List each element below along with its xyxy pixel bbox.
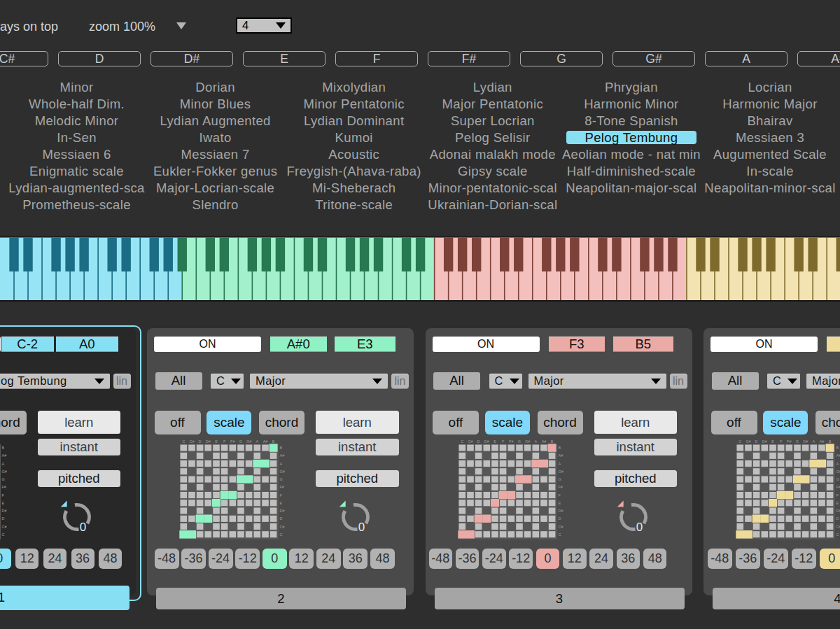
svg-text:D#: D# [280,509,286,513]
svg-text:E: E [215,439,218,444]
svg-text:G: G [239,439,242,444]
svg-text:F#: F# [1,485,6,489]
svg-text:F: F [558,493,561,497]
svg-text:A#: A# [836,453,840,458]
svg-text:0: 0 [358,521,364,534]
svg-text:E: E [558,501,561,505]
svg-text:C: C [182,439,185,444]
svg-text:C: C [836,532,839,537]
svg-text:D: D [755,439,758,444]
svg-text:B: B [550,439,553,444]
svg-text:A#: A# [263,439,269,444]
svg-text:F#: F# [509,439,514,444]
svg-text:C#: C# [468,439,473,444]
svg-text:E: E [280,501,283,505]
svg-text:A: A [1,462,4,466]
svg-text:A#: A# [558,453,564,458]
svg-text:G: G [796,439,799,444]
svg-text:F: F [780,439,783,444]
svg-text:A: A [558,462,561,466]
svg-text:F#: F# [230,439,235,444]
svg-text:B: B [280,446,283,450]
svg-text:C: C [738,439,741,444]
svg-text:G#: G# [1,469,7,474]
svg-text:D: D [1,516,4,521]
svg-text:G#: G# [246,439,252,444]
svg-text:A: A [836,462,839,466]
svg-text:C#: C# [836,525,840,529]
svg-text:B: B [836,446,839,450]
svg-text:D#: D# [762,439,768,444]
svg-text:D#: D# [836,509,840,513]
svg-text:D#: D# [1,509,7,513]
svg-text:A#: A# [820,439,825,444]
svg-text:E: E [836,501,839,505]
svg-text:F: F [1,493,4,497]
svg-text:G#: G# [524,439,530,444]
svg-text:G: G [836,477,839,481]
svg-text:A: A [280,462,283,466]
svg-text:C#: C# [280,525,286,529]
svg-text:A#: A# [541,439,547,444]
svg-text:F: F [501,439,504,444]
svg-text:F: F [836,493,839,497]
svg-text:F: F [223,439,226,444]
svg-text:F#: F# [280,485,285,489]
svg-text:E: E [493,439,496,444]
svg-text:B: B [1,446,4,450]
svg-text:0: 0 [636,521,643,534]
svg-text:G#: G# [836,469,840,474]
svg-text:A#: A# [280,453,286,458]
svg-text:C: C [558,532,561,537]
svg-text:A#: A# [1,453,7,458]
svg-text:D: D [836,516,839,521]
svg-text:E: E [771,439,774,444]
svg-text:A: A [255,439,258,444]
svg-text:D#: D# [558,509,564,513]
svg-text:C#: C# [558,525,564,529]
svg-text:B: B [829,439,832,444]
svg-text:C#: C# [746,439,751,444]
svg-text:G#: G# [558,469,564,474]
svg-text:G#: G# [280,469,286,474]
svg-text:C#: C# [1,525,7,529]
svg-text:G: G [517,439,520,444]
svg-text:A: A [534,439,537,444]
svg-text:F#: F# [558,485,563,489]
svg-text:A: A [812,439,815,444]
svg-text:D: D [558,516,561,521]
svg-text:0: 0 [80,521,86,534]
svg-text:E: E [1,501,4,505]
svg-text:G#: G# [803,439,808,444]
svg-text:F#: F# [836,485,840,489]
svg-text:C: C [1,532,4,537]
svg-text:G: G [1,477,4,481]
svg-text:D#: D# [206,439,211,444]
svg-text:D: D [280,516,283,521]
svg-text:D: D [477,439,479,444]
svg-text:C#: C# [189,439,195,444]
svg-text:B: B [558,446,561,450]
svg-text:D#: D# [484,439,489,444]
svg-text:C: C [280,532,283,537]
svg-text:D: D [199,439,202,444]
svg-text:G: G [280,477,283,481]
svg-text:C: C [461,439,463,444]
svg-text:F: F [280,493,283,497]
svg-text:G: G [558,477,561,481]
svg-text:B: B [272,439,275,444]
svg-text:F#: F# [787,439,792,444]
